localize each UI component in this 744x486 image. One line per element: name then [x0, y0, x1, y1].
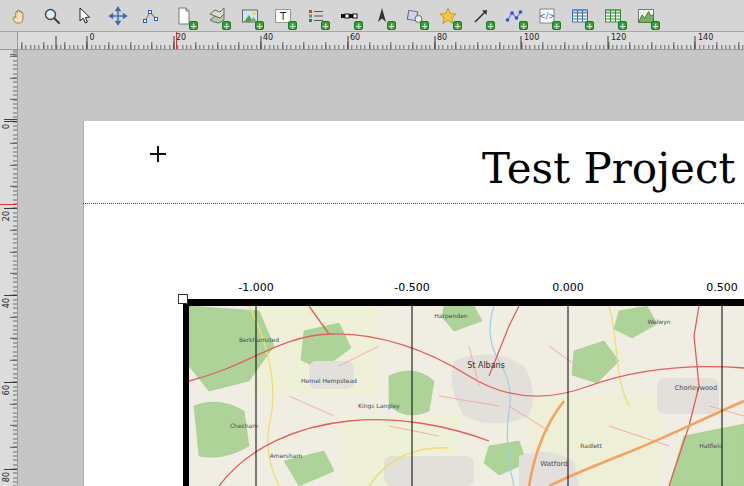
add-legend-button[interactable]: +	[304, 4, 328, 28]
hruler-cursor-marker	[176, 32, 177, 50]
map-place-label: Hatfield	[699, 442, 723, 449]
map-place-label: Watford	[540, 460, 567, 468]
map-item[interactable]: St Albans Hemel Hempstead Chorleywood Wa…	[189, 306, 744, 486]
add-arrow-button[interactable]: +	[469, 4, 493, 28]
vertical-ruler[interactable]: 0 20 40 60 80	[0, 50, 18, 486]
add-scalebar-button[interactable]: +	[337, 4, 361, 28]
vruler-label: 80	[2, 472, 11, 482]
four-way-arrows-icon	[108, 6, 128, 26]
hruler-label: 80	[437, 33, 447, 42]
layout-toolbar: + + + T + + + + + + + + </> +	[0, 0, 744, 32]
magnifier-icon	[42, 6, 62, 26]
hruler-label: 60	[350, 33, 360, 42]
add-badge-icon: +	[618, 21, 627, 30]
map-resize-handle[interactable]	[178, 294, 188, 304]
add-badge-icon: +	[519, 21, 528, 30]
add-shape-button[interactable]: +	[403, 4, 427, 28]
pan-button[interactable]	[7, 4, 31, 28]
add-elevation-profile-button[interactable]: +	[634, 4, 658, 28]
add-html-button[interactable]: </> +	[535, 4, 559, 28]
map-place-label: Hemel Hempstead	[301, 377, 357, 385]
cursor-arrow-icon	[75, 6, 95, 26]
edit-nodes-item-button[interactable]	[139, 4, 163, 28]
horizontal-ruler[interactable]: 0 20 40 60 80 100 120 140	[18, 32, 744, 50]
add-marker-button[interactable]: +	[436, 4, 460, 28]
add-page-button[interactable]: +	[172, 4, 196, 28]
hruler-label: 20	[176, 33, 186, 42]
map-place-label: Harpenden	[434, 312, 467, 320]
add-badge-icon: +	[255, 21, 264, 30]
map-place-label: St Albans	[467, 361, 505, 370]
svg-text:</>: </>	[539, 12, 555, 21]
page-title-label-item[interactable]: Test Project	[482, 144, 735, 193]
map-place-label: Chesham	[230, 422, 258, 429]
hruler-label: 120	[611, 33, 626, 42]
map-grid-label: -0.500	[394, 281, 429, 294]
map-grid-label: 0.000	[552, 281, 584, 294]
add-badge-icon: +	[486, 21, 495, 30]
vruler-label: 60	[2, 385, 11, 395]
add-badge-icon: +	[420, 21, 429, 30]
hruler-label: 140	[698, 33, 713, 42]
select-move-item-button[interactable]	[73, 4, 97, 28]
layout-canvas[interactable]: Test Project -1.000 -0.500 0.000 0.500	[18, 50, 744, 486]
add-badge-icon: +	[288, 21, 297, 30]
add-3d-map-button[interactable]: +	[205, 4, 229, 28]
add-picture-button[interactable]: +	[238, 4, 262, 28]
add-north-arrow-button[interactable]: +	[370, 4, 394, 28]
map-grid-label: -1.000	[238, 281, 273, 294]
vruler-label: 20	[2, 211, 11, 221]
hruler-label: 40	[263, 33, 273, 42]
map-place-label: Amersham	[270, 452, 303, 459]
map-canvas: St Albans Hemel Hempstead Chorleywood Wa…	[189, 306, 744, 486]
crosshair-cursor	[150, 153, 166, 155]
hruler-label: 0	[90, 33, 95, 42]
pan-hand-icon	[9, 6, 29, 26]
add-badge-icon: +	[651, 21, 660, 30]
zoom-button[interactable]	[40, 4, 64, 28]
map-place-label: Berkhamsted	[239, 336, 279, 343]
hruler-major-ticks	[18, 36, 744, 49]
add-badge-icon: +	[189, 21, 198, 30]
add-badge-icon: +	[354, 21, 363, 30]
add-badge-icon: +	[585, 21, 594, 30]
add-badge-icon: +	[387, 21, 396, 30]
hruler-label: 100	[524, 33, 539, 42]
move-item-content-button[interactable]	[106, 4, 130, 28]
add-fixed-table-button[interactable]: +	[601, 4, 625, 28]
map-place-label: Kings Langley	[358, 402, 400, 410]
edit-nodes-icon	[141, 6, 161, 26]
vruler-label: 0	[2, 124, 11, 129]
svg-text:T: T	[279, 10, 287, 21]
add-badge-icon: +	[453, 21, 462, 30]
snap-guide-line[interactable]	[83, 203, 744, 204]
vruler-major-ticks	[4, 50, 17, 486]
add-badge-icon: +	[321, 21, 330, 30]
add-label-button[interactable]: T +	[271, 4, 295, 28]
add-node-item-button[interactable]: +	[502, 4, 526, 28]
map-grid-label: 0.500	[706, 281, 738, 294]
ruler-corner	[0, 32, 18, 50]
map-place-label: Welwyn	[647, 318, 670, 326]
add-attribute-table-button[interactable]: +	[568, 4, 592, 28]
add-badge-icon: +	[222, 21, 231, 30]
map-frame-top	[183, 299, 744, 306]
vruler-cursor-marker	[0, 204, 18, 205]
map-place-label: Chorleywood	[675, 384, 717, 392]
add-badge-icon: +	[552, 21, 561, 30]
qgis-print-layout-window: { "toolbar": { "icons": [ {"name": "pan"…	[0, 0, 744, 486]
map-place-label: Radlett	[580, 442, 602, 449]
vruler-label: 40	[2, 298, 11, 308]
